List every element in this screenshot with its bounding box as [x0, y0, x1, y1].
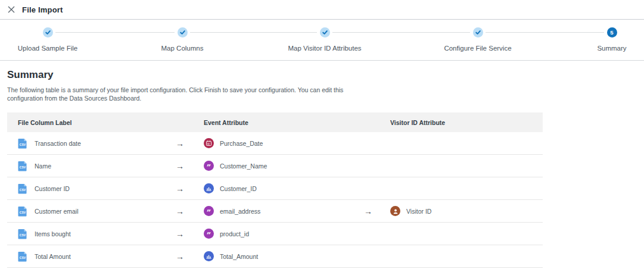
table-row: CSV Name → ” Customer_Name [7, 155, 543, 177]
event-attribute-label: Total_Amount [220, 253, 258, 260]
step-configure-file-service[interactable]: Configure File Service [412, 27, 543, 52]
event-attribute-label: Purchase_Date [220, 140, 263, 147]
check-icon [475, 29, 481, 36]
text-attribute-icon: ” [204, 206, 214, 216]
table-header-row: File Column Label Event Attribute Visito… [7, 112, 543, 132]
step-map-visitor-id-attributes[interactable]: Map Visitor ID Attributes [259, 27, 390, 52]
step-number: 5 [610, 29, 613, 36]
mapping-summary-table: File Column Label Event Attribute Visito… [7, 112, 543, 268]
step-label: Configure File Service [412, 45, 543, 52]
csv-file-icon: CSV [18, 183, 27, 194]
file-column-label: Name [35, 162, 51, 170]
wizard-stepper: Upload Sample File Map Columns Map Visit… [0, 20, 644, 61]
text-attribute-icon: ” [204, 229, 214, 239]
step-complete-circle [473, 27, 483, 37]
svg-text:CSV: CSV [20, 233, 26, 237]
topbar: File Import [0, 0, 644, 20]
step-label: Upload Sample File [0, 45, 113, 52]
csv-file-icon: CSV [18, 161, 27, 171]
visitor-id-attribute-label: Visitor ID [406, 208, 431, 215]
numeric-attribute-icon [204, 251, 214, 261]
calendar-attribute-icon [204, 138, 214, 148]
event-attribute-label: email_address [220, 208, 260, 215]
step-summary[interactable]: 5 Summary [546, 27, 644, 52]
file-column-label: Customer ID [35, 185, 70, 192]
check-icon [322, 29, 328, 36]
window-title: File Import [22, 5, 63, 14]
table-row: CSV Transaction date → Purchase_Date [7, 132, 543, 155]
step-label: Map Columns [117, 45, 248, 52]
event-attribute-label: Customer_Name [220, 162, 267, 170]
event-attribute-label: Customer_ID [220, 185, 257, 192]
mapping-arrow-icon: → [169, 184, 191, 193]
check-icon [179, 29, 186, 36]
file-column-label: Items bought [35, 230, 71, 237]
step-complete-circle [178, 27, 188, 37]
step-upload-sample-file[interactable]: Upload Sample File [0, 27, 113, 52]
col-header-event-attribute: Event Attribute [191, 119, 357, 126]
mapping-arrow-icon: → [169, 139, 191, 148]
svg-text:CSV: CSV [20, 211, 26, 214]
col-header-visitor-id-attribute: Visitor ID Attribute [379, 119, 543, 126]
csv-file-icon: CSV [18, 206, 27, 217]
table-row: CSV Customer ID → Customer_ID [7, 177, 543, 200]
check-icon [45, 29, 51, 36]
file-import-wizard: File Import Upload Sample File Map Colum… [0, 0, 644, 272]
page-title: Summary [7, 69, 644, 81]
file-column-label: Transaction date [35, 140, 81, 147]
csv-file-icon: CSV [18, 229, 27, 239]
mapping-arrow-icon: → [169, 207, 191, 216]
visitor-id-person-icon [390, 206, 400, 216]
file-column-label: Customer email [35, 208, 79, 215]
mapping-arrow-icon: → [169, 229, 191, 239]
table-row: CSV Customer email → ” email_address → V… [7, 200, 543, 223]
step-map-columns[interactable]: Map Columns [117, 27, 248, 52]
numeric-attribute-icon [204, 183, 214, 193]
file-column-label: Total Amount [35, 253, 71, 260]
svg-text:CSV: CSV [20, 143, 26, 146]
csv-file-icon: CSV [18, 251, 27, 262]
step-complete-circle [320, 27, 330, 37]
svg-text:CSV: CSV [20, 256, 26, 260]
page-description: The following table is a summary of your… [7, 86, 375, 102]
table-row: CSV Total Amount → Total_Amount [7, 245, 543, 268]
step-label: Map Visitor ID Attributes [259, 45, 390, 52]
csv-file-icon: CSV [18, 138, 27, 149]
mapping-arrow-icon: → [357, 207, 379, 216]
mapping-arrow-icon: → [169, 161, 191, 171]
event-attribute-label: product_id [220, 230, 249, 237]
close-icon [7, 5, 15, 14]
step-active-circle: 5 [607, 27, 617, 37]
close-button[interactable] [5, 4, 17, 15]
step-label: Summary [546, 45, 644, 52]
svg-text:CSV: CSV [20, 165, 26, 169]
mapping-arrow-icon: → [169, 252, 191, 261]
text-attribute-icon: ” [204, 161, 214, 171]
col-header-file-column-label: File Column Label [7, 119, 169, 126]
table-row: CSV Items bought → ” product_id [7, 223, 543, 245]
summary-panel: Summary The following table is a summary… [0, 61, 644, 268]
step-complete-circle [43, 27, 53, 37]
svg-text:CSV: CSV [20, 188, 26, 192]
